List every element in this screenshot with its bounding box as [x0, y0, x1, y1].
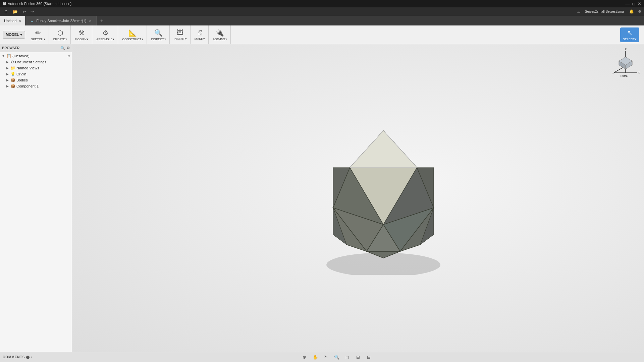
tree-item-origin[interactable]: ▶ 💡 Origin	[0, 71, 72, 77]
pan-button[interactable]: ✋	[311, 354, 319, 361]
tree-label-bodies: Bodies	[16, 78, 70, 82]
browser-header-icons: 🔍 ⚙	[60, 46, 70, 50]
environment-button[interactable]: ⊟	[365, 354, 373, 361]
assemble-group: ⚙ ASSEMBLE ▾	[93, 25, 118, 44]
cloud-tab-close[interactable]: ✕	[89, 19, 92, 23]
create-tool[interactable]: ⬡ CREATE ▾	[52, 27, 68, 42]
main-toolbar: MODEL ▾ ✏ SKETCH ▾ ⬡ CREATE ▾ ⚒ MODIFY ▾…	[0, 25, 644, 44]
modify-tool[interactable]: ⚒ MODIFY ▾	[73, 27, 90, 42]
notification-icon[interactable]: 🔔	[629, 9, 634, 14]
tree-extra-unsaved: ⚙	[67, 54, 70, 58]
browser-tree: ▼ 📋 (Unsaved) ⚙ ▶ ⚙ Document Settings ▶ …	[0, 52, 72, 352]
comments-expand[interactable]: ›	[31, 355, 32, 359]
close-button[interactable]: ✕	[638, 1, 641, 6]
svg-marker-8	[350, 131, 417, 168]
cloud-icon: ☁	[577, 10, 580, 13]
make-icon: 🖨	[197, 29, 203, 37]
tree-toggle-unsaved: ▼	[1, 54, 5, 58]
grid-button[interactable]: ⊞	[354, 354, 362, 361]
inspect-group: 🔍 INSPECT ▾	[148, 25, 170, 44]
tree-item-bodies[interactable]: ▶ 📦 Bodies	[0, 77, 72, 83]
browser-header: BROWSER 🔍 ⚙	[0, 44, 72, 52]
sketch-label: SKETCH ▾	[31, 38, 46, 41]
open-file-button[interactable]: 📂	[11, 9, 19, 15]
addins-label: ADD-INS ▾	[213, 38, 227, 41]
quick-access-toolbar: 🗋 📂 ↩ ↪ ☁ Seizes2small Seizes2sma 🔔 ⚙	[0, 7, 644, 16]
inspect-label: INSPECT ▾	[151, 38, 166, 41]
tree-item-namedviews[interactable]: ▶ 📁 Named Views	[0, 65, 72, 71]
tree-label-namedviews: Named Views	[16, 66, 70, 70]
app-icon: 🅐	[3, 2, 6, 6]
username-label: Seizes2small Seizes2sma	[585, 10, 624, 13]
zoom-button[interactable]: 🔍	[333, 354, 341, 361]
tree-item-unsaved[interactable]: ▼ 📋 (Unsaved) ⚙	[0, 53, 72, 59]
insert-label: INSERT ▾	[174, 37, 187, 41]
tab-bar: Untitled ✕ ☁ Funky Snocker-Jofо 22mm*(1)…	[0, 16, 644, 25]
construct-tool[interactable]: 📐 CONSTRUCT ▾	[121, 27, 145, 42]
tree-icon-unsaved: 📋	[6, 54, 11, 58]
title-bar: 🅐 Autodesk Fusion 360 (Startup License) …	[0, 0, 644, 7]
tree-label-unsaved: (Unsaved)	[12, 54, 66, 58]
model-label: MODEL ▾	[6, 33, 22, 37]
create-icon: ⬡	[57, 29, 63, 37]
app-title: Autodesk Fusion 360 (Startup License)	[8, 2, 71, 6]
cloud-tab[interactable]: ☁ Funky Snocker-Jofо 22mm*(1) ✕	[25, 16, 97, 25]
fit-screen-button[interactable]: ⊕	[301, 354, 309, 361]
create-label: CREATE ▾	[53, 38, 67, 41]
tree-icon-namedviews: 📁	[10, 66, 15, 70]
local-tab[interactable]: Untitled ✕	[0, 16, 25, 25]
title-bar-left: 🅐 Autodesk Fusion 360 (Startup License)	[3, 2, 71, 6]
redo-button[interactable]: ↪	[29, 9, 35, 15]
browser-settings-icon[interactable]: ⚙	[66, 46, 70, 50]
maximize-button[interactable]: □	[632, 1, 635, 6]
3d-viewport[interactable]: Z X Y HOME	[72, 44, 644, 352]
make-label: MAKE ▾	[195, 37, 205, 41]
display-mode-button[interactable]: ◻	[343, 354, 352, 361]
sketch-group: ✏ SKETCH ▾	[28, 25, 49, 44]
create-group: ⬡ CREATE ▾	[50, 25, 71, 44]
view-cube[interactable]: Z X Y HOME	[610, 48, 641, 78]
minimize-button[interactable]: —	[625, 1, 630, 6]
addins-icon: 🔌	[216, 29, 224, 37]
new-file-button[interactable]: 🗋	[3, 9, 9, 15]
sketch-tool[interactable]: ✏ SKETCH ▾	[30, 27, 47, 42]
browser-search-icon[interactable]: 🔍	[60, 46, 65, 50]
select-tool[interactable]: ↖ SELECT ▾	[620, 27, 639, 42]
browser-panel: BROWSER 🔍 ⚙ ▼ 📋 (Unsaved) ⚙ ▶ ⚙ Document…	[0, 44, 72, 352]
model-dropdown[interactable]: MODEL ▾	[3, 31, 25, 39]
tree-icon-component1: 📦	[10, 84, 15, 88]
insert-tool[interactable]: 🖼 INSERT ▾	[172, 27, 188, 42]
window-controls: — □ ✕	[625, 1, 641, 6]
comments-dot[interactable]	[26, 356, 30, 359]
status-bar: COMMENTS › ⊕ ✋ ↻ 🔍 ◻ ⊞ ⊟	[0, 352, 644, 362]
browser-title: BROWSER	[2, 46, 19, 50]
addins-tool[interactable]: 🔌 ADD-INS ▾	[211, 27, 228, 42]
tree-label-docsettings: Document Settings	[15, 60, 70, 64]
assemble-tool[interactable]: ⚙ ASSEMBLE ▾	[95, 27, 116, 42]
sketch-icon: ✏	[35, 29, 41, 37]
inspect-tool[interactable]: 🔍 INSPECT ▾	[150, 27, 167, 42]
tree-item-component1[interactable]: ▶ 📦 Component:1	[0, 83, 72, 89]
tree-item-docsettings[interactable]: ▶ ⚙ Document Settings	[0, 59, 72, 65]
orbit-button[interactable]: ↻	[322, 354, 330, 361]
settings-icon[interactable]: ⚙	[638, 9, 641, 14]
modify-label: MODIFY ▾	[75, 38, 89, 41]
undo-button[interactable]: ↩	[21, 9, 27, 15]
tree-icon-docsettings: ⚙	[10, 60, 14, 64]
assemble-icon: ⚙	[102, 29, 108, 37]
select-icon: ↖	[627, 29, 633, 37]
tree-icon-origin: 💡	[10, 72, 15, 76]
cloud-tab-label: Funky Snocker-Jofо 22mm*(1)	[36, 19, 86, 23]
assemble-label: ASSEMBLE ▾	[96, 38, 115, 41]
tree-icon-bodies: 📦	[10, 78, 15, 82]
viewport-toolbar: ⊕ ✋ ↻ 🔍 ◻ ⊞ ⊟	[301, 354, 373, 361]
construct-group: 📐 CONSTRUCT ▾	[119, 25, 147, 44]
make-tool[interactable]: 🖨 MAKE ▾	[193, 27, 207, 42]
add-tab-button[interactable]: ＋	[99, 18, 104, 24]
modify-icon: ⚒	[78, 29, 85, 37]
comments-label: COMMENTS	[3, 355, 25, 359]
svg-text:Y: Y	[612, 72, 614, 75]
select-label: SELECT ▾	[623, 38, 637, 41]
local-tab-close[interactable]: ✕	[18, 19, 21, 23]
content-area: BROWSER 🔍 ⚙ ▼ 📋 (Unsaved) ⚙ ▶ ⚙ Document…	[0, 44, 644, 352]
